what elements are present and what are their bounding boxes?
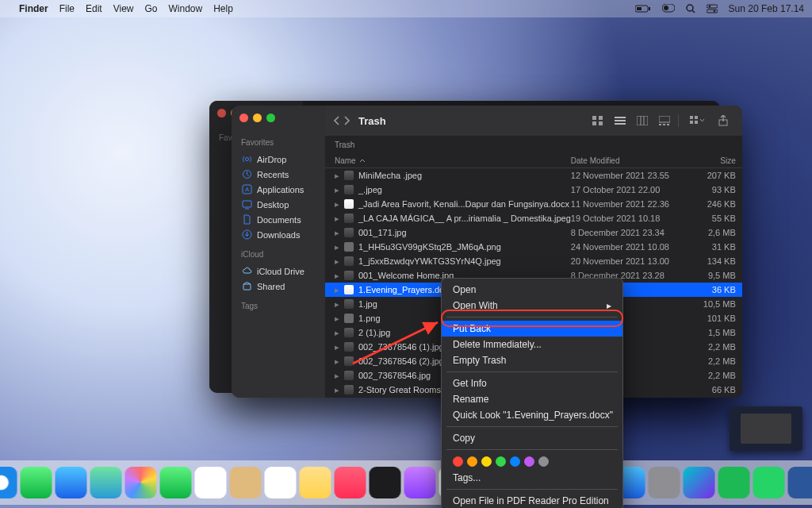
menu-item-rename[interactable]: Rename xyxy=(442,391,622,407)
sidebar-item-documents[interactable]: Documents xyxy=(238,212,319,227)
table-row[interactable]: ▸1_HH5u3GV99gKStq2B_JM6qA.png 24 Novembe… xyxy=(325,240,742,254)
app-menu[interactable]: Finder xyxy=(19,3,48,14)
dock[interactable] xyxy=(0,460,812,505)
menu-item-empty-trash[interactable]: Empty Trash xyxy=(442,352,622,368)
battery-icon[interactable] xyxy=(635,4,651,13)
menu-item-tags[interactable]: Tags... xyxy=(442,470,622,486)
sidebar-item-shared[interactable]: Shared xyxy=(238,279,319,294)
sidebar-item-applications[interactable]: A Applications xyxy=(238,182,319,197)
context-menu[interactable]: Open Open With ▸ Put Back Delete Immedia… xyxy=(441,278,623,508)
dock-app-tv[interactable] xyxy=(370,467,401,498)
menu-go[interactable]: Go xyxy=(145,3,158,14)
column-headers[interactable]: Name Date Modified Size Kind xyxy=(325,154,742,168)
col-date[interactable]: Date Modified xyxy=(571,156,690,165)
file-size: 10,5 MB xyxy=(690,299,736,309)
file-kind: JPEG image xyxy=(736,299,742,309)
dock-app-word[interactable] xyxy=(788,467,813,498)
file-date: 20 November 2021 13.00 xyxy=(571,256,690,266)
col-name[interactable]: Name xyxy=(335,156,571,165)
file-kind: JPEG image xyxy=(736,342,742,352)
menu-view[interactable]: View xyxy=(113,3,134,14)
menu-item-open[interactable]: Open xyxy=(442,282,622,298)
file-icon xyxy=(344,285,354,294)
table-row[interactable]: ▸_.jpeg 17 October 2021 22.00 93 KB JPEG… xyxy=(325,183,742,197)
dock-app-facetime[interactable] xyxy=(160,467,192,498)
dock-app-notes[interactable] xyxy=(300,467,331,498)
picture-in-picture[interactable] xyxy=(730,406,802,451)
tag-color[interactable] xyxy=(510,456,520,467)
menu-item-get-info[interactable]: Get Info xyxy=(442,375,622,391)
dock-app-contacts[interactable] xyxy=(230,467,262,498)
menu-item-open-file-in-pdf-reader-pro-edition[interactable]: Open File in PDF Reader Pro Edition xyxy=(442,493,622,508)
file-kind: JPEG image xyxy=(736,214,742,223)
tag-color[interactable] xyxy=(524,456,534,467)
sidebar-item-airdrop[interactable]: AirDrop xyxy=(238,152,319,167)
menu-item-delete-immediately[interactable]: Delete Immediately... xyxy=(442,337,622,352)
tag-color[interactable] xyxy=(538,456,549,467)
tag-color[interactable] xyxy=(496,456,506,467)
dock-app-reminders[interactable] xyxy=(265,467,297,498)
tag-color[interactable] xyxy=(467,456,477,467)
menu-item-put-back[interactable]: Put Back xyxy=(442,321,622,337)
menu-window[interactable]: Window xyxy=(169,3,203,14)
apps-icon: A xyxy=(241,184,252,194)
sidebar-item-downloads[interactable]: Downloads xyxy=(238,227,319,242)
menu-help[interactable]: Help xyxy=(213,3,233,14)
nav-forward[interactable] xyxy=(343,116,350,125)
spotlight-icon[interactable] xyxy=(686,4,695,13)
table-row[interactable]: ▸1_j5xxBzwdqvYWkTG3SYrN4Q.jpeg 20 Novemb… xyxy=(325,254,742,268)
path-bar: Trash Empty xyxy=(325,136,742,154)
group-menu[interactable] xyxy=(687,114,707,127)
minimize-button[interactable] xyxy=(253,114,262,122)
sidebar-item-desktop[interactable]: Desktop xyxy=(238,197,319,212)
maximize-button[interactable] xyxy=(266,114,275,122)
clock[interactable]: Sun 20 Feb 17.14 xyxy=(729,3,804,14)
control-center-icon[interactable] xyxy=(707,4,718,13)
sidebar: Favorites AirDrop Recents A Applications… xyxy=(232,106,325,398)
col-size[interactable]: Size xyxy=(690,156,736,165)
tag-color[interactable] xyxy=(481,456,492,467)
menu-item-quick-look-1-evening-prayers-docx[interactable]: Quick Look "1.Evening_Prayers.docx" xyxy=(442,407,622,423)
sidebar-item-recents[interactable]: Recents xyxy=(238,167,319,182)
file-name: 002_73678546 (2).jpg xyxy=(358,356,444,366)
file-name: 001_Welcome Home.jpg xyxy=(358,271,454,280)
dock-app-photos[interactable] xyxy=(125,467,157,498)
table-row[interactable]: ▸001_171.jpg 8 December 2021 23.34 2,6 M… xyxy=(325,225,742,240)
dock-app-calendar[interactable] xyxy=(195,467,227,498)
dock-app-safari[interactable] xyxy=(0,467,17,498)
view-icons[interactable] xyxy=(589,114,607,127)
dock-app-podcasts[interactable] xyxy=(404,467,436,498)
menu-file[interactable]: File xyxy=(59,3,75,14)
tag-color[interactable] xyxy=(453,456,463,467)
svg-rect-19 xyxy=(592,116,596,120)
dock-app-canva[interactable] xyxy=(684,467,715,498)
dock-app-mail[interactable] xyxy=(56,467,87,498)
dock-app-whatsapp[interactable] xyxy=(753,467,785,498)
dock-app-maps[interactable] xyxy=(90,467,122,498)
view-columns[interactable] xyxy=(634,114,651,127)
menu-item-label: Open xyxy=(453,284,476,295)
menu-item-open-with[interactable]: Open With ▸ xyxy=(442,298,622,314)
dock-app-music[interactable] xyxy=(335,467,366,498)
table-row[interactable]: ▸_LA CAJA MÁGICA__ A pr...iriamalia _ Do… xyxy=(325,211,742,225)
share-icon[interactable] xyxy=(715,114,731,128)
file-name: MiniMecha .jpeg xyxy=(358,171,422,180)
col-kind[interactable]: Kind xyxy=(736,156,742,165)
table-row[interactable]: ▸MiniMecha .jpeg 12 November 2021 23.55 … xyxy=(325,168,742,183)
menu-item-label: Empty Trash xyxy=(453,355,506,366)
toggle-icon[interactable] xyxy=(662,4,675,13)
menu-item-label: Tags... xyxy=(453,472,481,483)
file-icon xyxy=(344,171,354,180)
table-row[interactable]: ▸_Jadi Area Favorit, Kenali...Dapur dan … xyxy=(325,197,742,211)
dock-app-messages[interactable] xyxy=(21,467,52,498)
view-list[interactable] xyxy=(611,114,629,127)
menu-edit[interactable]: Edit xyxy=(86,3,102,14)
nav-back[interactable] xyxy=(333,116,340,125)
dock-app-settings[interactable] xyxy=(649,467,680,498)
menu-item-copy[interactable]: Copy xyxy=(442,430,622,446)
close-button[interactable] xyxy=(239,114,248,122)
tag-icon[interactable] xyxy=(739,114,742,128)
sidebar-item-icloud-drive[interactable]: iCloud Drive xyxy=(238,264,319,279)
view-gallery[interactable] xyxy=(656,114,673,127)
dock-app-spotify[interactable] xyxy=(718,467,750,498)
